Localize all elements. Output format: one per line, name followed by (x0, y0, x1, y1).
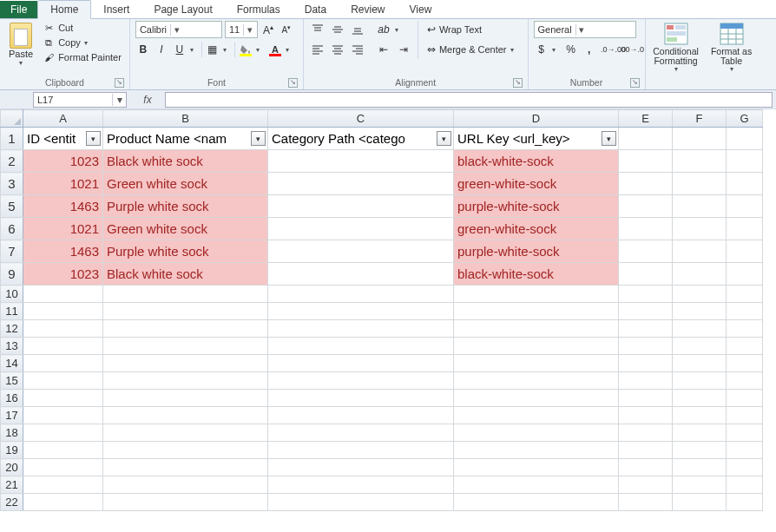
cell[interactable] (454, 286, 619, 303)
row-header[interactable]: 11 (1, 303, 23, 320)
cell[interactable] (673, 286, 727, 303)
col-header-G[interactable]: G (727, 110, 763, 128)
cell[interactable]: Category Path <catego▾ (268, 128, 454, 150)
cell[interactable] (23, 459, 103, 476)
borders-dropdown-icon[interactable]: ▾ (223, 46, 232, 54)
cell[interactable] (673, 372, 727, 390)
cell[interactable] (727, 218, 763, 240)
cell[interactable] (619, 355, 673, 372)
cell[interactable] (268, 338, 454, 355)
cell[interactable]: Green white sock (103, 173, 268, 195)
cell[interactable] (23, 303, 103, 320)
cell[interactable] (268, 240, 454, 263)
align-top-button[interactable] (309, 21, 326, 38)
cell[interactable] (727, 494, 763, 511)
cell[interactable]: 1463 (23, 240, 103, 263)
row-header[interactable]: 5 (1, 195, 23, 218)
cell[interactable] (23, 355, 103, 372)
cell[interactable]: green-white-sock (454, 218, 619, 240)
merge-dropdown-icon[interactable]: ▾ (510, 46, 519, 54)
cell[interactable] (23, 424, 103, 442)
cell[interactable]: Purple white sock (103, 240, 268, 263)
name-box-dropdown-icon[interactable]: ▾ (112, 94, 126, 106)
paste-button[interactable]: Paste ▾ (5, 21, 36, 69)
grow-font-button[interactable]: A▴ (260, 21, 276, 38)
cell[interactable] (103, 372, 268, 390)
cell[interactable] (268, 263, 454, 286)
cell[interactable] (673, 150, 727, 173)
cell[interactable] (103, 355, 268, 372)
row-header[interactable]: 2 (1, 150, 23, 173)
cell[interactable] (673, 240, 727, 263)
cell[interactable] (268, 476, 454, 494)
cell[interactable] (727, 303, 763, 320)
cell[interactable]: 1021 (23, 218, 103, 240)
cell[interactable] (23, 286, 103, 303)
cell[interactable] (268, 424, 454, 442)
cell[interactable] (727, 240, 763, 263)
cell[interactable] (727, 263, 763, 286)
col-header-E[interactable]: E (619, 110, 673, 128)
format-painter-button[interactable]: 🖌 Format Painter (40, 50, 124, 64)
cell[interactable] (23, 494, 103, 511)
cell[interactable]: black-white-sock (454, 150, 619, 173)
cell[interactable] (673, 195, 727, 218)
cell[interactable] (673, 355, 727, 372)
cell[interactable] (673, 494, 727, 511)
align-bottom-button[interactable] (349, 21, 366, 38)
cell[interactable] (454, 476, 619, 494)
paste-dropdown-icon[interactable]: ▾ (19, 59, 23, 67)
row-header[interactable]: 13 (1, 338, 23, 355)
cell[interactable] (268, 150, 454, 173)
cell[interactable]: 1023 (23, 263, 103, 286)
font-family-combo[interactable]: Calibri ▾ (135, 21, 222, 38)
tab-formulas[interactable]: Formulas (225, 1, 293, 18)
cell[interactable] (268, 286, 454, 303)
cell[interactable] (103, 494, 268, 511)
cell[interactable] (619, 338, 673, 355)
filter-button[interactable]: ▾ (86, 131, 101, 146)
cell[interactable] (23, 476, 103, 494)
cell[interactable] (454, 303, 619, 320)
cell[interactable] (268, 407, 454, 424)
row-header[interactable]: 22 (1, 494, 23, 511)
cell[interactable] (619, 240, 673, 263)
row-header[interactable]: 18 (1, 424, 23, 442)
cell[interactable] (103, 390, 268, 407)
cell[interactable]: purple-white-sock (454, 240, 619, 263)
row-header[interactable]: 12 (1, 320, 23, 338)
row-header[interactable]: 9 (1, 263, 23, 286)
cell[interactable] (454, 407, 619, 424)
accounting-format-button[interactable]: $ (534, 41, 549, 58)
filter-button[interactable]: ▾ (602, 131, 616, 146)
cell[interactable] (673, 424, 727, 442)
font-size-combo[interactable]: 11 ▾ (225, 21, 258, 38)
cell[interactable] (103, 459, 268, 476)
cell[interactable]: URL Key <url_key>▾ (454, 128, 619, 150)
cell[interactable] (673, 303, 727, 320)
cell[interactable] (619, 173, 673, 195)
cell[interactable] (727, 476, 763, 494)
cell[interactable] (268, 459, 454, 476)
cell[interactable] (103, 338, 268, 355)
cell[interactable] (619, 372, 673, 390)
cell[interactable] (103, 407, 268, 424)
cell[interactable] (673, 442, 727, 459)
cell[interactable] (727, 338, 763, 355)
cell[interactable] (454, 390, 619, 407)
cell[interactable]: green-white-sock (454, 173, 619, 195)
number-dialog-launcher[interactable]: ↘ (630, 78, 640, 88)
cell[interactable] (454, 459, 619, 476)
filter-button[interactable]: ▾ (251, 131, 266, 146)
cell[interactable] (673, 338, 727, 355)
cell[interactable] (727, 442, 763, 459)
cell[interactable] (727, 372, 763, 390)
cell[interactable] (268, 494, 454, 511)
fill-color-button[interactable] (238, 41, 253, 58)
copy-button[interactable]: ⧉ Copy ▾ (40, 36, 124, 49)
cell[interactable] (268, 372, 454, 390)
tab-home[interactable]: Home (37, 0, 91, 19)
increase-indent-button[interactable]: ⇥ (395, 41, 412, 58)
cell[interactable] (673, 459, 727, 476)
cell[interactable] (23, 372, 103, 390)
